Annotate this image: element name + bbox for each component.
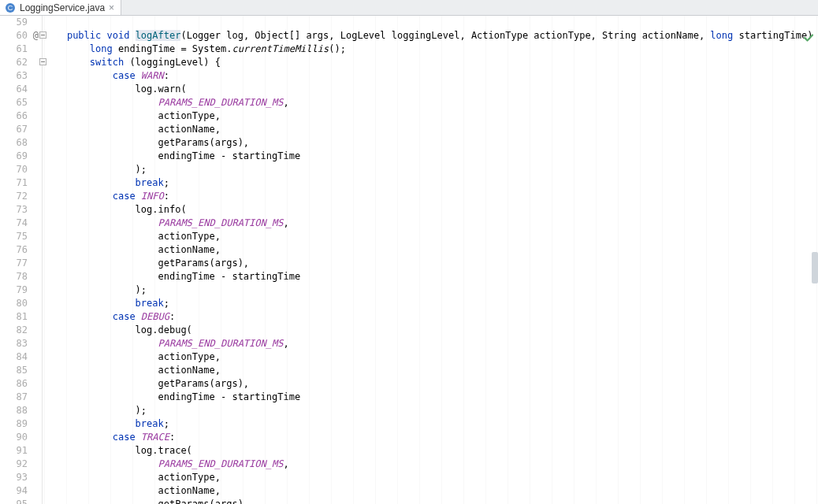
code-line[interactable]: break; — [44, 417, 818, 431]
line-number: 67 — [0, 123, 28, 136]
line-number: 77 — [0, 257, 28, 270]
line-number: 86 — [0, 377, 28, 391]
override-gutter-icon[interactable]: @ — [33, 29, 39, 43]
line-number: 72 — [0, 190, 28, 203]
line-number: 70 — [0, 163, 28, 176]
code-line[interactable]: PARAMS_END_DURATION_MS, — [44, 96, 818, 109]
tab-bar: C LoggingService.java × — [0, 0, 818, 16]
scrollbar-thumb[interactable] — [812, 252, 818, 284]
fold-toggle-icon[interactable] — [39, 32, 46, 39]
line-number: 69 — [0, 150, 28, 163]
fold-column — [43, 16, 49, 504]
code-line[interactable]: log.warn( — [44, 83, 818, 96]
code-line[interactable]: PARAMS_END_DURATION_MS, — [44, 217, 818, 230]
code-line[interactable]: public void logAfter(Logger log, Object[… — [44, 29, 818, 43]
line-number: 92 — [0, 458, 28, 471]
line-number: 82 — [0, 324, 28, 337]
line-number: 85 — [0, 364, 28, 377]
code-line[interactable]: actionType, — [44, 350, 818, 364]
line-number-gutter: @ 59606162636465666768697071727374757677… — [0, 16, 43, 504]
code-line[interactable]: endingTime - startingTime — [44, 391, 818, 404]
code-area[interactable]: public void logAfter(Logger log, Object[… — [43, 16, 818, 504]
code-line[interactable]: getParams(args), — [44, 377, 818, 391]
line-number: 90 — [0, 431, 28, 444]
code-line[interactable]: endingTime - startingTime — [44, 150, 818, 163]
line-number: 80 — [0, 297, 28, 310]
line-number: 61 — [0, 43, 28, 56]
code-line[interactable]: getParams(args), — [44, 136, 818, 150]
code-line[interactable]: ); — [44, 404, 818, 417]
java-class-icon: C — [5, 2, 16, 13]
code-line[interactable]: actionType, — [44, 471, 818, 484]
code-line[interactable]: getParams(args), — [44, 257, 818, 270]
code-line[interactable]: getParams(args) — [44, 498, 818, 504]
code-line[interactable]: case INFO: — [44, 190, 818, 203]
line-number: 76 — [0, 243, 28, 257]
code-line[interactable]: ); — [44, 163, 818, 176]
code-line[interactable]: break; — [44, 176, 818, 190]
code-line[interactable]: case TRACE: — [44, 431, 818, 444]
code-line[interactable]: actionName, — [44, 364, 818, 377]
line-number: 87 — [0, 391, 28, 404]
close-icon[interactable]: × — [109, 3, 114, 13]
line-number: 63 — [0, 69, 28, 83]
line-number: 59 — [0, 16, 28, 29]
inspection-ok-icon[interactable] — [804, 33, 813, 43]
editor-tab[interactable]: C LoggingService.java × — [0, 0, 121, 15]
line-number: 84 — [0, 350, 28, 364]
code-line[interactable]: endingTime - startingTime — [44, 270, 818, 284]
code-line[interactable]: PARAMS_END_DURATION_MS, — [44, 337, 818, 350]
code-line[interactable] — [44, 16, 818, 29]
code-line[interactable]: case DEBUG: — [44, 310, 818, 324]
code-line[interactable]: actionName, — [44, 123, 818, 136]
line-number: 81 — [0, 310, 28, 324]
svg-text:C: C — [8, 4, 13, 12]
line-number: 73 — [0, 203, 28, 217]
code-line[interactable]: actionName, — [44, 243, 818, 257]
code-line[interactable]: log.debug( — [44, 324, 818, 337]
code-line[interactable]: ); — [44, 284, 818, 297]
line-number: 74 — [0, 217, 28, 230]
code-line[interactable]: PARAMS_END_DURATION_MS, — [44, 458, 818, 471]
code-line[interactable]: actionType, — [44, 230, 818, 243]
line-number: 75 — [0, 230, 28, 243]
tab-filename: LoggingService.java — [20, 2, 105, 13]
code-line[interactable]: break; — [44, 297, 818, 310]
line-number: 89 — [0, 417, 28, 431]
code-line[interactable]: actionType, — [44, 109, 818, 123]
line-number: 60 — [0, 29, 28, 43]
code-line[interactable]: case WARN: — [44, 69, 818, 83]
code-line[interactable]: long endingTime = System.currentTimeMill… — [44, 43, 818, 56]
code-line[interactable]: actionName, — [44, 484, 818, 498]
line-number: 83 — [0, 337, 28, 350]
line-number: 91 — [0, 444, 28, 458]
line-number: 79 — [0, 284, 28, 297]
line-number: 93 — [0, 471, 28, 484]
line-number: 68 — [0, 136, 28, 150]
line-number: 95 — [0, 498, 28, 504]
line-number: 78 — [0, 270, 28, 284]
line-number: 71 — [0, 176, 28, 190]
line-number: 62 — [0, 56, 28, 69]
line-number: 64 — [0, 83, 28, 96]
line-number: 88 — [0, 404, 28, 417]
code-line[interactable]: log.trace( — [44, 444, 818, 458]
fold-toggle-icon[interactable] — [39, 58, 46, 65]
code-line[interactable]: log.info( — [44, 203, 818, 217]
code-editor[interactable]: @ 59606162636465666768697071727374757677… — [0, 16, 818, 504]
code-line[interactable]: switch (loggingLevel) { — [44, 56, 818, 69]
line-number: 66 — [0, 109, 28, 123]
line-number: 65 — [0, 96, 28, 109]
line-number: 94 — [0, 484, 28, 498]
